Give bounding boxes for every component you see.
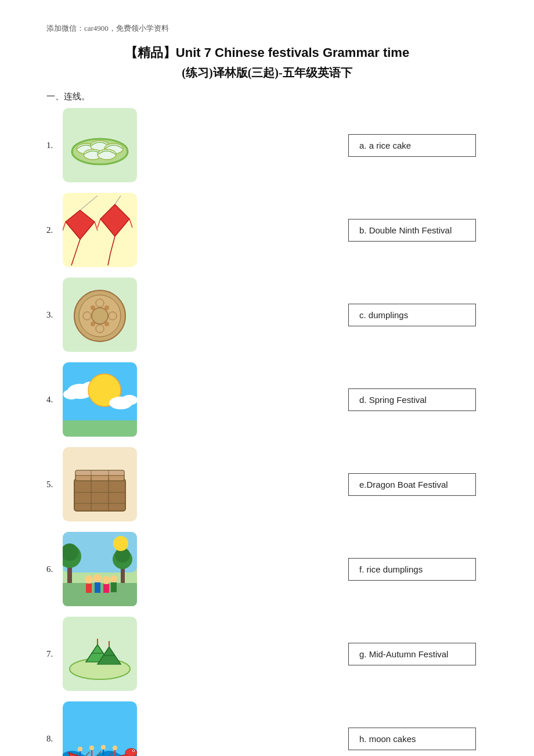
svg-rect-69 bbox=[111, 582, 117, 592]
svg-rect-83 bbox=[63, 701, 137, 756]
svg-point-87 bbox=[78, 747, 82, 751]
dragonboat-image bbox=[63, 701, 137, 756]
svg-rect-43 bbox=[74, 479, 125, 511]
match-row: 4. d. Spring Festival bbox=[46, 362, 488, 437]
ricecake-image bbox=[63, 447, 137, 521]
svg-point-28 bbox=[83, 312, 91, 320]
answer-box-3: c. dumplings bbox=[348, 304, 476, 326]
answer-box-8: h. moon cakes bbox=[348, 728, 476, 750]
svg-point-96 bbox=[113, 746, 117, 750]
svg-point-33 bbox=[104, 322, 109, 326]
moon-image bbox=[63, 362, 137, 437]
match-row: 6. f. rice dumplings bbox=[46, 532, 488, 606]
answer-box-4: d. Spring Festival bbox=[348, 388, 476, 411]
svg-rect-65 bbox=[95, 582, 100, 593]
title-block: 【精品】Unit 7 Chinese festivals Grammar tim… bbox=[46, 44, 488, 81]
svg-rect-39 bbox=[63, 420, 137, 437]
match-rows-container: 1. a. a rice cake 2. bbox=[46, 108, 488, 756]
svg-point-41 bbox=[121, 395, 137, 405]
mooncake-image bbox=[63, 278, 137, 352]
answer-box-7: g. Mid-Autumn Festival bbox=[348, 643, 476, 665]
svg-rect-67 bbox=[103, 584, 109, 593]
svg-point-86 bbox=[133, 750, 134, 751]
svg-point-90 bbox=[89, 746, 94, 750]
svg-point-30 bbox=[91, 305, 95, 310]
answer-box-6: f. rice dumplings bbox=[348, 558, 476, 581]
svg-point-29 bbox=[109, 312, 117, 320]
row-number-6: 6. bbox=[46, 564, 63, 574]
match-row: 5. e.Dragon Boat Festival bbox=[46, 447, 488, 521]
svg-point-84 bbox=[125, 748, 137, 756]
match-row: 1. a. a rice cake bbox=[46, 108, 488, 182]
festival-people-image bbox=[63, 532, 137, 606]
svg-point-32 bbox=[91, 322, 95, 326]
svg-point-26 bbox=[96, 299, 104, 307]
svg-point-93 bbox=[101, 745, 106, 750]
page: 添加微信：car4900，免费领小学资料 【精品】Unit 7 Chinese … bbox=[0, 0, 534, 756]
answer-box-2: b. Double Ninth Festival bbox=[348, 219, 476, 242]
row-number-2: 2. bbox=[46, 225, 63, 235]
match-row: 3. c. dumplings bbox=[46, 278, 488, 352]
zongzi-image bbox=[63, 617, 137, 691]
section-label: 一、连线。 bbox=[46, 91, 488, 102]
row-number-5: 5. bbox=[46, 480, 63, 489]
svg-point-37 bbox=[63, 389, 80, 399]
svg-point-62 bbox=[85, 575, 93, 584]
row-number-1: 1. bbox=[46, 141, 63, 150]
svg-rect-52 bbox=[75, 470, 124, 475]
row-number-4: 4. bbox=[46, 395, 63, 405]
match-row: 2. b. Double Ninth Festival bbox=[46, 193, 488, 267]
match-row: 7. g. Mid-Autumn Festival bbox=[46, 617, 488, 691]
row-number-7: 7. bbox=[46, 649, 63, 659]
svg-point-27 bbox=[96, 325, 104, 333]
svg-point-66 bbox=[102, 576, 110, 584]
svg-point-64 bbox=[93, 574, 102, 582]
svg-point-68 bbox=[110, 575, 117, 582]
row-number-8: 8. bbox=[46, 734, 63, 744]
svg-point-31 bbox=[104, 305, 109, 310]
svg-point-70 bbox=[113, 536, 128, 551]
title-sub: (练习)译林版(三起)-五年级英语下 bbox=[46, 65, 488, 81]
top-watermark: 添加微信：car4900，免费领小学资料 bbox=[46, 23, 488, 34]
answer-box-1: a. a rice cake bbox=[348, 134, 476, 157]
svg-rect-63 bbox=[86, 584, 92, 593]
row-number-3: 3. bbox=[46, 310, 63, 320]
answer-box-5: e.Dragon Boat Festival bbox=[348, 473, 476, 496]
title-main: 【精品】Unit 7 Chinese festivals Grammar tim… bbox=[46, 44, 488, 62]
kite-image bbox=[63, 193, 137, 267]
match-row: 8. h. moon cakes bbox=[46, 701, 488, 756]
svg-point-25 bbox=[92, 308, 108, 324]
dumplings-image bbox=[63, 108, 137, 182]
